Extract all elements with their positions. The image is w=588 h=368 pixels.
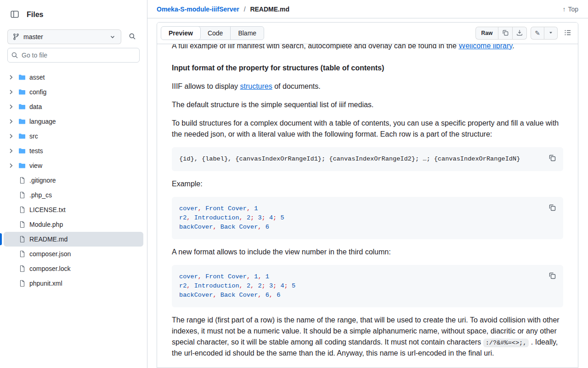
code-block: cover, Front Cover, 1, 1 r2, Introductio… xyxy=(172,265,563,307)
breadcrumb: Omeka-S-module-iiifServer / README.md xyxy=(157,6,289,13)
copy-code-button[interactable] xyxy=(546,152,559,165)
file-icon xyxy=(18,206,26,213)
edit-button-group: ✎ xyxy=(531,27,558,40)
breadcrumb-repo-link[interactable]: Omeka-S-module-iiifServer xyxy=(157,6,239,13)
tree-item-label: config xyxy=(29,88,46,96)
tree-file-LICENSE.txt[interactable]: LICENSE.txt xyxy=(4,202,143,217)
tree-item-label: data xyxy=(29,103,42,110)
readme-content: A full example of iiif manifest with sea… xyxy=(157,44,578,368)
tree-folder-language[interactable]: language xyxy=(4,114,143,129)
folder-icon xyxy=(18,103,26,110)
download-button[interactable] xyxy=(512,27,527,40)
tree-folder-src[interactable]: src xyxy=(4,129,143,144)
chevron-right-icon xyxy=(7,103,15,110)
tree-item-label: LICENSE.txt xyxy=(29,206,66,213)
copy-icon xyxy=(502,29,509,37)
file-icon xyxy=(18,177,26,184)
go-to-file-input[interactable] xyxy=(7,48,140,63)
folder-icon xyxy=(18,162,26,169)
file-icon xyxy=(18,236,26,243)
folder-icon xyxy=(18,132,26,140)
file-tree: assetconfigdatalanguagesrctestsview.giti… xyxy=(0,63,147,294)
paragraph: To build structures for a complex docume… xyxy=(172,118,563,140)
search-icon xyxy=(129,33,136,41)
download-icon xyxy=(516,29,523,37)
tree-item-label: asset xyxy=(29,74,45,81)
tree-file-phpunit.xml[interactable]: phpunit.xml xyxy=(4,276,143,291)
folder-icon xyxy=(18,147,26,155)
paragraph: Furthermore, the range ids must be uniqu… xyxy=(172,366,563,368)
tree-folder-config[interactable]: config xyxy=(4,85,143,99)
branch-name: master xyxy=(23,33,43,40)
collapse-sidebar-button[interactable] xyxy=(7,7,22,22)
tab-code[interactable]: Code xyxy=(200,27,230,40)
file-actions: Raw ✎ xyxy=(475,27,574,40)
tree-file-Module.php[interactable]: Module.php xyxy=(4,217,143,232)
tree-file-.php_cs[interactable]: .php_cs xyxy=(4,188,143,202)
copy-code-button[interactable] xyxy=(546,201,559,214)
sidebar-panel-icon xyxy=(11,10,19,20)
back-to-top-button[interactable]: ↑ Top xyxy=(562,6,578,13)
wellcome-library-link[interactable]: Wellcome library xyxy=(458,44,512,50)
paragraph: The range id (first part of a row) is th… xyxy=(172,315,563,359)
copy-code-button[interactable] xyxy=(546,270,559,282)
tree-item-label: .gitignore xyxy=(29,177,56,184)
copy-icon xyxy=(548,154,556,163)
tree-item-label: README.md xyxy=(29,236,68,243)
structures-link[interactable]: structures xyxy=(240,82,272,90)
chevron-right-icon xyxy=(7,88,15,96)
code-block: {id}, {label}, {canvasIndexOrRangeId1}; … xyxy=(172,147,563,171)
file-icon xyxy=(18,221,26,228)
branch-selector[interactable]: master xyxy=(7,29,121,44)
search-button[interactable] xyxy=(125,29,140,44)
raw-button-group: Raw xyxy=(475,27,527,40)
section-heading: Input format of the property for structu… xyxy=(172,63,563,74)
copy-icon xyxy=(548,204,556,213)
file-icon xyxy=(18,265,26,272)
breadcrumb-separator: / xyxy=(241,6,249,13)
pencil-icon: ✎ xyxy=(535,30,540,36)
paragraph: IIIF allows to display structures of doc… xyxy=(172,81,563,92)
tree-file-README.md[interactable]: README.md xyxy=(4,232,143,247)
tab-blame[interactable]: Blame xyxy=(230,27,264,40)
breadcrumb-file: README.md xyxy=(250,6,289,13)
chevron-right-icon xyxy=(7,162,15,169)
tree-item-label: composer.lock xyxy=(29,265,70,272)
arrow-up-icon: ↑ xyxy=(562,6,565,13)
chevron-right-icon xyxy=(7,132,15,140)
tree-file-composer.json[interactable]: composer.json xyxy=(4,247,143,261)
copy-raw-button[interactable] xyxy=(498,27,513,40)
app: Files master as xyxy=(0,0,588,368)
page-header: Omeka-S-module-iiifServer / README.md ↑ … xyxy=(147,0,588,18)
search-icon xyxy=(11,52,18,59)
tree-item-label: src xyxy=(29,132,38,140)
tree-file-.gitignore[interactable]: .gitignore xyxy=(4,173,143,188)
paragraph: A new format allows to include the view … xyxy=(172,247,563,258)
file-icon xyxy=(18,280,26,287)
view-switcher: PreviewCodeBlame xyxy=(161,26,264,40)
edit-button[interactable]: ✎ xyxy=(531,27,544,40)
paragraph: The default structure is the simple sequ… xyxy=(172,99,563,110)
tree-folder-asset[interactable]: asset xyxy=(4,70,143,85)
chevron-down-icon xyxy=(109,33,116,40)
tree-folder-view[interactable]: view xyxy=(4,158,143,173)
tree-folder-data[interactable]: data xyxy=(4,99,143,114)
tree-folder-tests[interactable]: tests xyxy=(4,144,143,158)
main-panel: Omeka-S-module-iiifServer / README.md ↑ … xyxy=(147,0,588,368)
tree-file-composer.lock[interactable]: composer.lock xyxy=(4,261,143,276)
branch-row: master xyxy=(0,22,147,44)
file-icon xyxy=(18,250,26,258)
list-unordered-icon xyxy=(564,29,571,38)
files-title: Files xyxy=(27,11,43,19)
paragraph: A full example of iiif manifest with sea… xyxy=(172,44,563,52)
file-content-scroll[interactable]: A full example of iiif manifest with sea… xyxy=(157,44,578,368)
tab-preview[interactable]: Preview xyxy=(161,26,201,40)
outline-button[interactable] xyxy=(561,27,574,40)
raw-button[interactable]: Raw xyxy=(475,27,499,40)
top-label: Top xyxy=(568,6,578,13)
inline-code: :/?&#%=<>;, xyxy=(483,339,529,347)
edit-dropdown-button[interactable] xyxy=(544,27,558,40)
file-view-box: PreviewCodeBlame Raw xyxy=(157,22,578,368)
tree-item-label: Module.php xyxy=(29,221,63,228)
file-icon xyxy=(18,191,26,199)
